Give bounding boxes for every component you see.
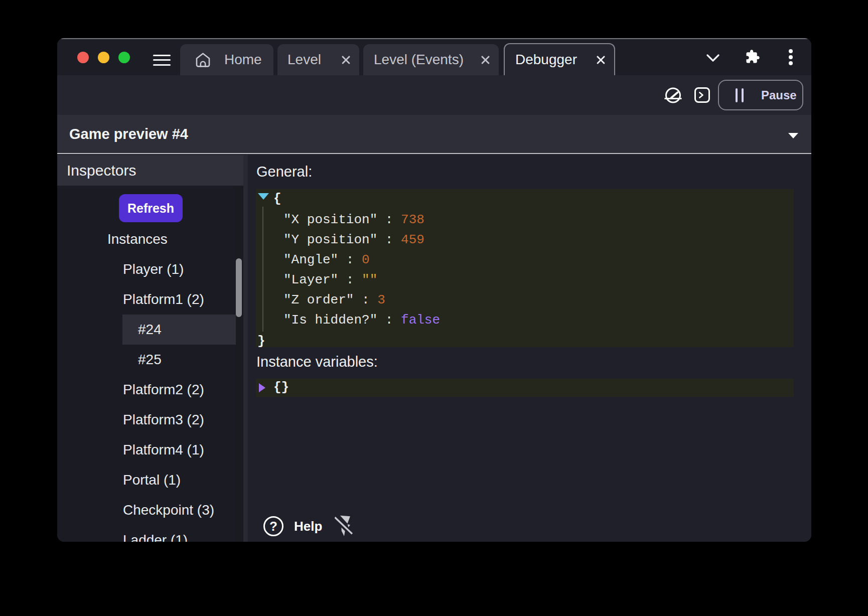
help-label[interactable]: Help <box>294 519 322 534</box>
panel-divider <box>243 155 248 542</box>
tab-label: Home <box>224 52 262 68</box>
instance-variables-label: Instance variables: <box>256 354 378 370</box>
json-property: "Y position" : 459 <box>283 230 440 250</box>
tree-item-portal[interactable]: Portal (1) <box>57 465 243 495</box>
debugger-toolbar: Pause <box>57 75 811 115</box>
json-empty-object: {} <box>273 380 289 395</box>
tab-label: Level <box>287 52 321 68</box>
tab-label: Level (Events) <box>374 52 464 68</box>
close-window-button[interactable] <box>77 52 89 63</box>
close-tab-icon[interactable] <box>596 55 606 65</box>
window-top-highlight <box>57 38 811 39</box>
close-tab-icon[interactable] <box>480 55 491 65</box>
tree-item-platform3[interactable]: Platform3 (2) <box>57 405 243 435</box>
json-close-brace: } <box>257 334 265 349</box>
json-indent-guide <box>262 207 263 332</box>
pause-icon <box>736 88 744 102</box>
sidebar-scrollbar-thumb[interactable] <box>236 258 242 317</box>
json-property: "X position" : 738 <box>283 210 440 230</box>
tab-level-events[interactable]: Level (Events) <box>363 44 499 75</box>
debugger-window: Home Level Level (Events) Debugger <box>57 38 811 542</box>
tab-label: Debugger <box>515 52 577 68</box>
more-options-icon[interactable] <box>789 49 793 75</box>
instance-variables-json-view: {} <box>256 379 794 397</box>
tree-item-platform2[interactable]: Platform2 (2) <box>57 375 243 405</box>
extension-icon[interactable] <box>745 49 760 64</box>
refresh-button[interactable]: Refresh <box>119 194 183 222</box>
main-content: Inspectors Refresh Instances Player (1) … <box>57 155 811 542</box>
general-section-label: General: <box>256 164 312 180</box>
tab-level[interactable]: Level <box>277 44 359 75</box>
expand-arrow-icon[interactable] <box>259 383 265 392</box>
tree-item-platform1[interactable]: Platform1 (2) <box>57 284 243 315</box>
pause-button[interactable]: Pause <box>718 80 803 110</box>
general-json-view: { "X position" : 738 "Y position" : 459 … <box>256 189 794 347</box>
help-icon[interactable]: ? <box>263 516 283 536</box>
close-tab-icon[interactable] <box>341 55 351 65</box>
json-property: "Angle" : 0 <box>283 250 440 270</box>
inspector-detail-panel: General: { "X position" : 738 "Y positio… <box>248 155 811 542</box>
title-bar: Home Level Level (Events) Debugger <box>57 38 811 75</box>
json-property: "Is hidden?" : false <box>283 310 440 330</box>
tree-item-24[interactable]: #24 <box>57 315 243 345</box>
collapse-arrow-icon[interactable] <box>258 193 269 200</box>
json-property: "Layer" : "" <box>283 270 440 290</box>
help-row: ? Help <box>248 512 353 540</box>
inspectors-sidebar: Inspectors Refresh Instances Player (1) … <box>57 155 243 542</box>
zoom-window-button[interactable] <box>118 52 130 63</box>
speed-limit-icon[interactable] <box>664 87 682 104</box>
tree-item-checkpoint[interactable]: Checkpoint (3) <box>57 495 243 525</box>
pause-label: Pause <box>761 88 797 102</box>
tree-item-instances[interactable]: Instances <box>57 224 243 254</box>
json-property: "Z order" : 3 <box>283 290 440 310</box>
menu-icon[interactable] <box>153 55 171 66</box>
tree-item-25[interactable]: #25 <box>57 345 243 375</box>
tree-item-platform4[interactable]: Platform4 (1) <box>57 435 243 465</box>
tab-debugger[interactable]: Debugger <box>504 43 615 75</box>
chevron-down-icon[interactable] <box>706 54 719 62</box>
inspectors-title: Inspectors <box>67 162 136 179</box>
tree-item-ladder[interactable]: Ladder (1) <box>57 525 243 542</box>
inspectors-header: Inspectors <box>57 155 243 186</box>
tab-home[interactable]: Home <box>180 44 273 75</box>
inspectors-tree: Instances Player (1) Platform1 (2) #24 #… <box>57 224 243 542</box>
pick-instance-disabled-icon[interactable] <box>335 515 353 537</box>
game-preview-header[interactable]: Game preview #4 <box>57 115 811 154</box>
sidebar-scrollbar-track[interactable] <box>236 186 243 542</box>
caret-down-icon <box>788 133 798 138</box>
console-icon[interactable] <box>694 87 710 103</box>
minimize-window-button[interactable] <box>98 52 109 63</box>
tree-item-player[interactable]: Player (1) <box>57 254 243 284</box>
home-icon <box>195 52 211 68</box>
game-preview-title: Game preview #4 <box>69 126 188 142</box>
json-open-brace: { <box>273 191 281 206</box>
